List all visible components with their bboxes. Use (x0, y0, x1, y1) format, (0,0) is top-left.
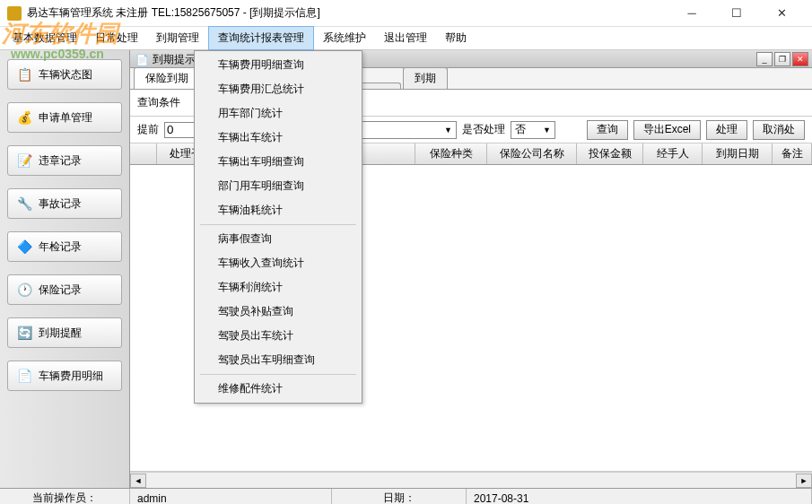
tab-insurance-expiry[interactable]: 保险到期 (134, 67, 200, 89)
menu-expiry[interactable]: 到期管理 (147, 27, 208, 49)
menu-basic-data[interactable]: 基本数据管理 (4, 27, 86, 49)
sidebar-violation[interactable]: 📝违章记录 (7, 145, 122, 176)
scroll-right-icon[interactable]: ► (796, 474, 812, 488)
menu-separator-2 (200, 374, 356, 375)
cancel-button[interactable]: 取消处 (753, 120, 805, 140)
window-controls: ─ ☐ ✕ (677, 3, 805, 24)
menu-report-mgmt[interactable]: 查询统计报表管理 (208, 26, 314, 50)
menu-dept-stats[interactable]: 用车部门统计 (196, 101, 360, 126)
money-icon: 💰 (15, 109, 33, 126)
advance-label: 提前 (137, 122, 159, 137)
th-handler[interactable]: 经手人 (643, 143, 703, 164)
mdi-close[interactable]: ✕ (792, 52, 808, 66)
sidebar-insurance[interactable]: 🕐保险记录 (7, 274, 122, 305)
menu-dept-vehicle-detail[interactable]: 部门用车明细查询 (196, 174, 360, 198)
th-amount[interactable]: 投保金额 (577, 143, 643, 164)
th-company[interactable]: 保险公司名称 (487, 143, 577, 164)
doc-icon: 📄 (135, 54, 149, 66)
menu-driver-dispatch-stats[interactable]: 驾驶员出车统计 (196, 324, 360, 348)
th-blank3[interactable] (358, 143, 415, 164)
horizontal-scrollbar[interactable]: ◄ ► (130, 472, 812, 488)
menu-system[interactable]: 系统维护 (314, 27, 375, 49)
menu-repair-parts[interactable]: 维修配件统计 (196, 377, 360, 401)
process-button[interactable]: 处理 (706, 120, 747, 140)
menu-daily-process[interactable]: 日常处理 (86, 27, 147, 49)
sidebar-vehicle-status[interactable]: 📋车辆状态图 (7, 59, 122, 90)
maximize-button[interactable]: ☐ (722, 3, 751, 24)
menu-driver-dispatch-detail[interactable]: 驾驶员出车明细查询 (196, 348, 360, 372)
menu-fuel-stats[interactable]: 车辆油耗统计 (196, 198, 360, 222)
scroll-left-icon[interactable]: ◄ (130, 474, 146, 488)
close-button[interactable]: ✕ (767, 3, 796, 24)
operator-label: 当前操作员： (0, 489, 130, 504)
date-label: 日期： (332, 489, 467, 504)
tab-expiry[interactable]: 到期 (403, 67, 448, 89)
sidebar-cost-detail[interactable]: 📄车辆费用明细 (7, 361, 122, 391)
mdi-minimize[interactable]: _ (756, 52, 773, 66)
mdi-restore[interactable]: ❐ (774, 52, 790, 66)
refresh-icon: 🔄 (15, 324, 33, 342)
dropdown-menu: 车辆费用明细查询 车辆费用汇总统计 用车部门统计 车辆出车统计 车辆出车明细查询… (194, 50, 362, 404)
menu-driver-subsidy[interactable]: 驾驶员补贴查询 (196, 300, 360, 324)
th-remark[interactable]: 备注 (773, 143, 812, 164)
menu-help[interactable]: 帮助 (436, 27, 476, 49)
date-value: 2017-08-31 (467, 489, 812, 504)
note-icon: 📝 (15, 152, 33, 169)
wrench-icon: 🔧 (15, 195, 33, 213)
sidebar-accident[interactable]: 🔧事故记录 (7, 188, 122, 219)
th-check[interactable] (130, 143, 157, 164)
window-title: 易达车辆管理系统 未注册 TEL:15825675057 - [到期提示信息] (27, 5, 320, 21)
child-window-title: 📄 到期提示 (135, 52, 196, 67)
menu-separator (200, 224, 356, 225)
titlebar: 易达车辆管理系统 未注册 TEL:15825675057 - [到期提示信息] … (0, 0, 812, 27)
menu-vehicle-cost-summary[interactable]: 车辆费用汇总统计 (196, 77, 360, 101)
th-expiry[interactable]: 到期日期 (703, 143, 773, 164)
diamond-icon: 🔷 (15, 238, 33, 256)
query-label: 查询条件 (137, 95, 180, 110)
export-button[interactable]: 导出Excel (633, 120, 701, 140)
menu-sick-leave[interactable]: 病事假查询 (196, 227, 360, 251)
app-icon (7, 6, 22, 21)
doc-icon: 📄 (15, 367, 33, 385)
menu-exit[interactable]: 退出管理 (375, 27, 436, 49)
menu-vehicle-dispatch-detail[interactable]: 车辆出车明细查询 (196, 150, 360, 174)
menubar: 基本数据管理 日常处理 到期管理 查询统计报表管理 系统维护 退出管理 帮助 (0, 27, 812, 50)
clock-icon: 🕐 (15, 281, 33, 299)
menu-income-stats[interactable]: 车辆收入查询统计 (196, 251, 360, 275)
sidebar-application[interactable]: 💰申请单管理 (7, 102, 122, 133)
statusbar: 当前操作员： admin 日期： 2017-08-31 (0, 488, 812, 504)
chevron-down-icon: ▼ (444, 126, 452, 135)
folder-icon: 📋 (15, 65, 33, 83)
menu-profit-stats[interactable]: 车辆利润统计 (196, 275, 360, 300)
handled-combo[interactable]: 否▼ (511, 121, 555, 139)
sidebar: 📋车辆状态图 💰申请单管理 📝违章记录 🔧事故记录 🔷年检记录 🕐保险记录 🔄到… (0, 50, 130, 488)
sidebar-inspection[interactable]: 🔷年检记录 (7, 231, 122, 262)
minimize-button[interactable]: ─ (677, 3, 706, 24)
menu-vehicle-dispatch-stats[interactable]: 车辆出车统计 (196, 126, 360, 150)
handled-label: 是否处理 (462, 122, 505, 137)
menu-vehicle-cost-detail[interactable]: 车辆费用明细查询 (196, 53, 360, 77)
chevron-down-icon: ▼ (543, 126, 551, 135)
operator-value: admin (130, 489, 332, 504)
th-type[interactable]: 保险种类 (415, 143, 487, 164)
query-button[interactable]: 查询 (587, 120, 628, 140)
sidebar-reminder[interactable]: 🔄到期提醒 (7, 317, 122, 348)
